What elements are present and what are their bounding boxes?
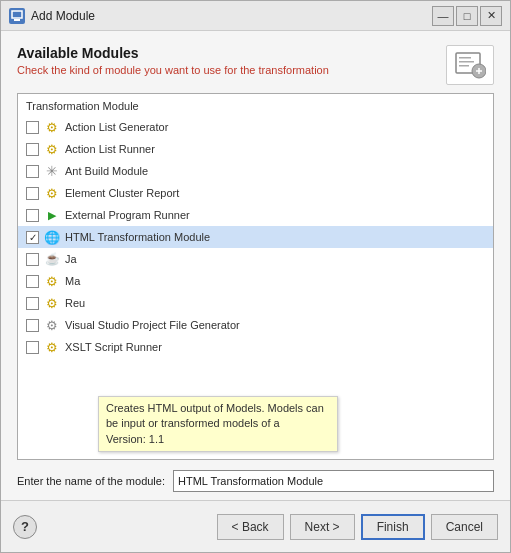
footer-right: < Back Next > Finish Cancel xyxy=(217,514,498,540)
list-item[interactable]: ⚙ Action List Generator xyxy=(18,116,493,138)
item-10-icon: ⚙ xyxy=(44,317,60,333)
list-item[interactable]: ▶ External Program Runner xyxy=(18,204,493,226)
name-field-row: Enter the name of the module: xyxy=(17,470,494,492)
item-7-checkbox[interactable] xyxy=(26,253,39,266)
item-11-checkbox[interactable] xyxy=(26,341,39,354)
page-title: Available Modules xyxy=(17,45,329,61)
list-item[interactable]: ⚙ Ma xyxy=(18,270,493,292)
list-item[interactable]: ⚙ Reu xyxy=(18,292,493,314)
item-1-checkbox[interactable] xyxy=(26,121,39,134)
list-item[interactable]: ⚙ Visual Studio Project File Generator xyxy=(18,314,493,336)
item-3-label: Ant Build Module xyxy=(65,165,148,177)
item-7-icon: ☕ xyxy=(44,251,60,267)
window-icon xyxy=(9,8,25,24)
item-3-icon: ✳ xyxy=(44,163,60,179)
item-4-icon: ⚙ xyxy=(44,185,60,201)
next-button[interactable]: Next > xyxy=(290,514,355,540)
footer-left: ? xyxy=(13,515,37,539)
minimize-button[interactable]: — xyxy=(432,6,454,26)
list-item[interactable]: ⚙ XSLT Script Runner xyxy=(18,336,493,358)
titlebar-left: Add Module xyxy=(9,8,95,24)
svg-rect-0 xyxy=(12,11,22,18)
group-label: Transformation Module xyxy=(18,94,493,116)
maximize-button[interactable]: □ xyxy=(456,6,478,26)
titlebar: Add Module — □ ✕ xyxy=(1,1,510,31)
item-10-checkbox[interactable] xyxy=(26,319,39,332)
item-6-checkbox[interactable] xyxy=(26,231,39,244)
item-11-icon: ⚙ xyxy=(44,339,60,355)
window-title: Add Module xyxy=(31,9,95,23)
list-item[interactable]: ⚙ Element Cluster Report xyxy=(18,182,493,204)
tooltip-description: Creates HTML output of Models. Models ca… xyxy=(106,402,324,429)
svg-rect-8 xyxy=(459,65,469,67)
item-6-icon: 🌐 xyxy=(44,229,60,245)
list-item-selected[interactable]: 🌐 HTML Transformation Module xyxy=(18,226,493,248)
header-icon xyxy=(446,45,494,85)
item-9-icon: ⚙ xyxy=(44,295,60,311)
item-2-icon: ⚙ xyxy=(44,141,60,157)
page-subtitle: Check the kind of module you want to use… xyxy=(17,64,329,76)
header-row: Available Modules Check the kind of modu… xyxy=(17,45,494,85)
item-5-icon: ▶ xyxy=(44,207,60,223)
back-button[interactable]: < Back xyxy=(217,514,284,540)
item-1-label: Action List Generator xyxy=(65,121,168,133)
item-11-label: XSLT Script Runner xyxy=(65,341,162,353)
tooltip: Creates HTML output of Models. Models ca… xyxy=(98,396,338,452)
svg-rect-1 xyxy=(14,19,20,21)
item-10-label: Visual Studio Project File Generator xyxy=(65,319,240,331)
item-8-checkbox[interactable] xyxy=(26,275,39,288)
item-4-checkbox[interactable] xyxy=(26,187,39,200)
list-item[interactable]: ☕ Ja Creates HTML output of Models. Mode… xyxy=(18,248,493,270)
tooltip-version: Version: 1.1 xyxy=(106,433,164,445)
item-8-label: Ma xyxy=(65,275,80,287)
titlebar-controls: — □ ✕ xyxy=(432,6,502,26)
svg-rect-6 xyxy=(459,57,471,59)
item-2-label: Action List Runner xyxy=(65,143,155,155)
list-item[interactable]: ⚙ Action List Runner xyxy=(18,138,493,160)
name-field-label: Enter the name of the module: xyxy=(17,475,165,487)
item-1-icon: ⚙ xyxy=(44,119,60,135)
module-list-panel: Transformation Module ⚙ Action List Gene… xyxy=(17,93,494,460)
item-2-checkbox[interactable] xyxy=(26,143,39,156)
item-7-label: Ja xyxy=(65,253,77,265)
item-5-label: External Program Runner xyxy=(65,209,190,221)
main-content: Available Modules Check the kind of modu… xyxy=(1,31,510,500)
module-name-input[interactable] xyxy=(173,470,494,492)
item-6-label: HTML Transformation Module xyxy=(65,231,210,243)
close-button[interactable]: ✕ xyxy=(480,6,502,26)
item-5-checkbox[interactable] xyxy=(26,209,39,222)
help-button[interactable]: ? xyxy=(13,515,37,539)
svg-rect-7 xyxy=(459,61,474,63)
finish-button[interactable]: Finish xyxy=(361,514,425,540)
cancel-button[interactable]: Cancel xyxy=(431,514,498,540)
list-item[interactable]: ✳ Ant Build Module xyxy=(18,160,493,182)
item-3-checkbox[interactable] xyxy=(26,165,39,178)
footer: ? < Back Next > Finish Cancel xyxy=(1,500,510,552)
add-module-window: Add Module — □ ✕ Available Modules Check… xyxy=(0,0,511,553)
item-9-checkbox[interactable] xyxy=(26,297,39,310)
page-header: Available Modules Check the kind of modu… xyxy=(17,45,329,76)
item-9-label: Reu xyxy=(65,297,85,309)
item-8-icon: ⚙ xyxy=(44,273,60,289)
item-4-label: Element Cluster Report xyxy=(65,187,179,199)
